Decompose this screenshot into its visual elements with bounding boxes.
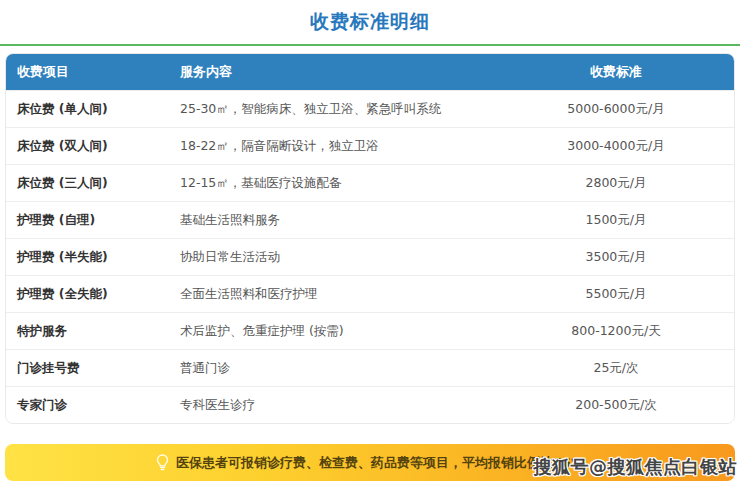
header-cell-service-content: 服务内容 [178,63,502,81]
fee-standard-cell: 3000-4000元/月 [502,138,734,155]
service-content-cell: 普通门诊 [178,360,502,377]
fee-item-cell: 床位费 (单人间) [6,101,178,118]
fee-standard-cell: 5000-6000元/月 [502,101,734,118]
fee-item-cell: 护理费 (半失能) [6,249,178,266]
watermark: 搜狐号@搜狐焦点白银站 [534,455,738,479]
fee-item-cell: 护理费 (自理) [6,212,178,229]
table-row: 床位费 (三人间) 12-15㎡，基础医疗设施配备 2800元/月 [6,164,734,201]
service-content-cell: 12-15㎡，基础医疗设施配备 [178,175,502,192]
fee-table: 收费项目 服务内容 收费标准 床位费 (单人间) 25-30㎡，智能病床、独立卫… [5,53,735,424]
fee-standard-cell: 5500元/月 [502,286,734,303]
table-row: 床位费 (双人间) 18-22㎡，隔音隔断设计，独立卫浴 3000-4000元/… [6,127,734,164]
fee-standard-cell: 2800元/月 [502,175,734,192]
service-content-cell: 基础生活照料服务 [178,212,502,229]
fee-standard-cell: 800-1200元/天 [502,323,734,340]
fee-item-cell: 床位费 (三人间) [6,175,178,192]
header-cell-fee-item: 收费项目 [6,63,178,81]
fee-standard-cell: 3500元/月 [502,249,734,266]
fee-standard-cell: 1500元/月 [502,212,734,229]
service-content-cell: 18-22㎡，隔音隔断设计，独立卫浴 [178,138,502,155]
fee-standard-cell: 200-500元/次 [502,397,734,414]
lightbulb-icon [156,454,169,471]
fee-item-cell: 专家门诊 [6,397,178,414]
table-row: 特护服务 术后监护、危重症护理 (按需) 800-1200元/天 [6,312,734,349]
table-row: 床位费 (单人间) 25-30㎡，智能病床、独立卫浴、紧急呼叫系统 5000-6… [6,90,734,127]
table-row: 护理费 (半失能) 协助日常生活活动 3500元/月 [6,238,734,275]
service-content-cell: 25-30㎡，智能病床、独立卫浴、紧急呼叫系统 [178,101,502,118]
table-row: 护理费 (自理) 基础生活照料服务 1500元/月 [6,201,734,238]
fee-item-cell: 床位费 (双人间) [6,138,178,155]
service-content-cell: 全面生活照料和医疗护理 [178,286,502,303]
fee-item-cell: 护理费 (全失能) [6,286,178,303]
title-divider [0,44,740,46]
service-content-cell: 术后监护、危重症护理 (按需) [178,323,502,340]
header-cell-fee-standard: 收费标准 [502,63,734,81]
table-row: 护理费 (全失能) 全面生活照料和医疗护理 5500元/月 [6,275,734,312]
notice-text: 医保患者可报销诊疗费、检查费、药品费等项目，平均报销比例达65% [176,454,584,472]
service-content-cell: 协助日常生活活动 [178,249,502,266]
table-row: 专家门诊 专科医生诊疗 200-500元/次 [6,386,734,423]
fee-standard-cell: 25元/次 [502,360,734,377]
service-content-cell: 专科医生诊疗 [178,397,502,414]
table-header-row: 收费项目 服务内容 收费标准 [6,54,734,90]
table-row: 门诊挂号费 普通门诊 25元/次 [6,349,734,386]
page-title: 收费标准明细 [0,0,740,35]
fee-item-cell: 门诊挂号费 [6,360,178,377]
fee-item-cell: 特护服务 [6,323,178,340]
